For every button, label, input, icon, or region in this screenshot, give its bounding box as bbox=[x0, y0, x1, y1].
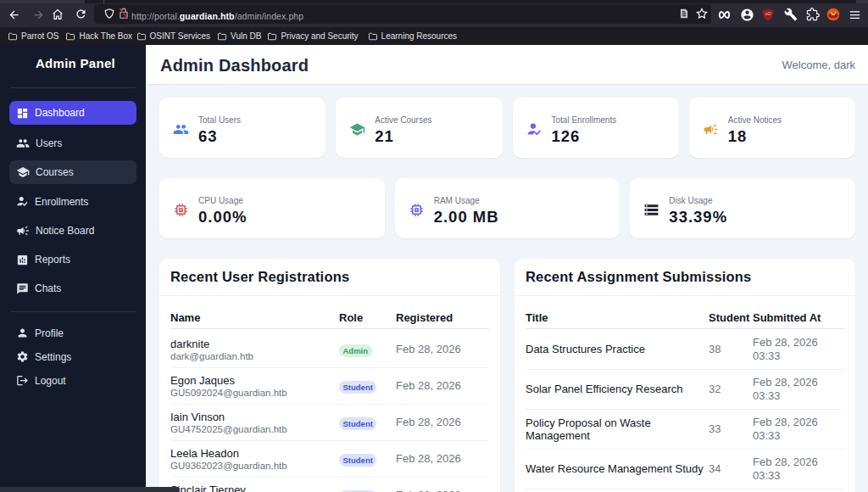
svg-text:uO: uO bbox=[765, 11, 771, 16]
